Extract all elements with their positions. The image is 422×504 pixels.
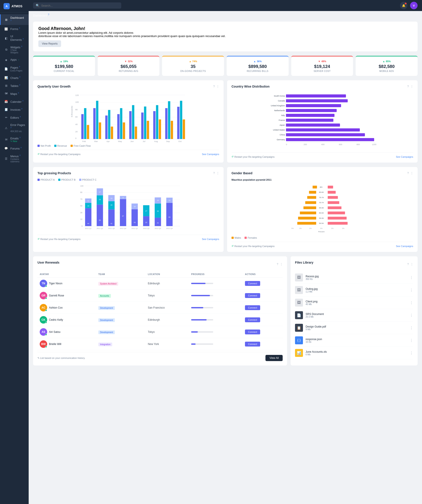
file-menu-icon[interactable]: ⋮ [410, 351, 413, 355]
connect-button[interactable]: Connect [245, 342, 260, 347]
more-icon-3[interactable]: ⋮ [216, 172, 219, 175]
svg-rect-21 [108, 110, 110, 139]
file-name: Outing.jpg [306, 288, 318, 290]
stat-card-mobile-ads: ▲ 85% $82,580 MOBILE ADS [356, 56, 418, 76]
page-icon: 📄 [4, 67, 8, 71]
stat-pct-0: ▲ 19% [37, 60, 91, 63]
connect-button[interactable]: Connect [245, 281, 260, 286]
svg-text:21: 21 [157, 222, 159, 224]
product-b-label: PRODUCT B [61, 179, 76, 181]
user-team-cell: System Architect [96, 277, 146, 290]
file-menu-icon[interactable]: ⋮ [410, 301, 413, 305]
more-icon[interactable]: ⋮ [216, 85, 219, 88]
sidebar-item-emails[interactable]: ✉ Emails ? ✎ New [0, 135, 29, 144]
svg-rect-159 [328, 201, 339, 204]
sidebar-item-calender[interactable]: 📅 Calender ? [0, 98, 29, 106]
file-menu-icon[interactable]: ⋮ [410, 338, 413, 342]
svg-text:50-54: 50-54 [319, 222, 324, 224]
connect-button[interactable]: Connect [245, 317, 260, 322]
sidebar-item-apps[interactable]: ◈ Apps ↑ [0, 56, 29, 64]
view-all-button[interactable]: View All [265, 355, 283, 361]
arrow-down-icon-1: ▼ [125, 60, 127, 63]
sidebar-item-forums[interactable]: 💬 Forums ? [0, 144, 29, 152]
map-icon: 🗺 [4, 92, 8, 96]
svg-rect-36 [168, 101, 170, 139]
team-badge: Integration [98, 342, 112, 346]
sidebar-item-widgets[interactable]: ⧉ Widgets ? 3 New Widgets [0, 43, 29, 56]
avatar: TN [40, 280, 47, 287]
page-help-icon[interactable]: ? [48, 13, 49, 16]
notifications-button[interactable]: 🔔 [400, 2, 407, 9]
svg-text:Oct: Oct [178, 140, 182, 143]
file-menu-icon[interactable]: ⋮ [410, 276, 413, 280]
user-name: Cedric Kelly [49, 318, 63, 321]
forum-icon: 💬 [4, 146, 8, 150]
sidebar-nav: ⊞ Dashboard ? ⬜ Forms ? ◧ UI Elements ? … [0, 12, 29, 504]
file-menu-icon[interactable]: ⋮ [410, 326, 413, 330]
help-icon-4[interactable]: ? [407, 172, 409, 175]
file-info: Outing.jpg 1.2 Mb [306, 288, 318, 293]
legend-net-profit: Net Profit [37, 144, 51, 147]
see-campaigns-button-3[interactable]: See Campaigns [202, 238, 219, 240]
user-location-cell: Tokyo [146, 290, 189, 302]
more-icon-2[interactable]: ⋮ [410, 85, 413, 88]
connect-button[interactable]: Connect [245, 293, 260, 298]
list-item: { } response.json 15 Kb ⋮ [295, 334, 413, 347]
search-input[interactable] [41, 4, 119, 7]
user-progress-cell [189, 302, 243, 314]
user-avatar-cell: AS Airi Satou [37, 326, 96, 338]
connect-button[interactable]: Connect [245, 305, 260, 310]
more-icon-5[interactable]: ⋮ [280, 263, 283, 266]
svg-text:2012 Q2: 2012 Q2 [143, 228, 149, 229]
see-campaigns-button-1[interactable]: See Campaigns [202, 153, 219, 156]
sidebar-item-tables[interactable]: ⊞ Tables ? [0, 82, 29, 90]
search-box[interactable]: 🔍 [33, 2, 121, 9]
more-icon-4[interactable]: ⋮ [410, 172, 413, 175]
files-list: 🖼 Recess.jpg 350 Kb ⋮ 🖼 Outing.jpg 1.2 M… [295, 271, 413, 359]
svg-text:14: 14 [134, 206, 136, 208]
user-actions-cell: Connect [243, 314, 283, 326]
sidebar-item-forms[interactable]: ⬜ Forms ? [0, 25, 29, 33]
sidebar-item-menus[interactable]: ☰ Menus ? Contains submenu [0, 152, 29, 165]
table-row: CK Cedric Kelly Development Edinburgh Co… [37, 314, 283, 326]
user-renewals-table: AVATAR TEAM LOCATION PROGRESS ACTIONS TN [37, 271, 283, 350]
help-icon-2[interactable]: ? [407, 85, 409, 88]
restart-campaigns-link-1[interactable]: ↺ Restart your Re-targeting Campaigns [37, 153, 80, 156]
sidebar-item-editors[interactable]: ✏ Editors ? [0, 114, 29, 121]
stat-card-returning-avg: ▼ 32% $65,055 RETURNING AVG [98, 56, 160, 76]
user-progress-cell [189, 314, 243, 326]
help-icon-6[interactable]: ? [407, 263, 409, 266]
more-icon-6[interactable]: ⋮ [410, 263, 413, 266]
revenue-color [54, 145, 56, 147]
file-menu-icon[interactable]: ⋮ [410, 313, 413, 317]
see-campaigns-button-2[interactable]: See Campaigns [396, 156, 413, 158]
stat-pct-3: ▲ 36% [230, 60, 285, 63]
file-name: June Accounts.xls [306, 350, 327, 353]
sidebar-item-pages[interactable]: 📄 Pages ? Extra Pages [0, 64, 29, 74]
help-icon-5[interactable]: ? [277, 263, 278, 266]
user-avatar-cell: TN Tiger Nixon [37, 277, 96, 290]
file-menu-icon[interactable]: ⋮ [410, 288, 413, 292]
svg-rect-16 [87, 125, 89, 139]
restart-campaigns-link-4[interactable]: ↺ Restart your Re-targeting Campaigns [232, 245, 274, 247]
see-campaigns-button-4[interactable]: See Campaigns [396, 245, 413, 247]
help-icon[interactable]: ? [213, 85, 215, 88]
user-avatar-button[interactable]: V [410, 2, 418, 9]
connect-button[interactable]: Connect [245, 330, 260, 334]
sidebar-item-dashboard[interactable]: ⊞ Dashboard ? [0, 14, 29, 25]
sidebar-item-invoices[interactable]: 🧾 Invoices ? [0, 106, 29, 114]
search-icon: 🔍 [36, 4, 40, 7]
svg-text:2%: 2% [331, 228, 333, 230]
restart-campaigns-link-2[interactable]: ↺ Restart your Re-targeting Campaigns [232, 155, 274, 158]
quarterly-chart-title: Quarterly User Growth [37, 85, 71, 88]
view-reports-button[interactable]: View Reports [38, 40, 61, 47]
restart-campaigns-link-3[interactable]: ↺ Restart your Re-targeting Campaigns [37, 238, 80, 240]
sidebar-item-charts[interactable]: 📊 Charts ? [0, 74, 29, 82]
col-avatar: AVATAR [37, 271, 96, 277]
sidebar-item-maps[interactable]: 🗺 Maps ? [0, 90, 29, 98]
user-actions-cell: Connect [243, 338, 283, 350]
revenue-label: Revenue [57, 144, 67, 147]
help-icon-3[interactable]: ? [213, 172, 215, 175]
sidebar-item-ui-elements[interactable]: ◧ UI Elements ? [0, 33, 29, 43]
sidebar-item-error-pages[interactable]: ⚠ Error Pages ? 404,503 etc [0, 121, 29, 135]
